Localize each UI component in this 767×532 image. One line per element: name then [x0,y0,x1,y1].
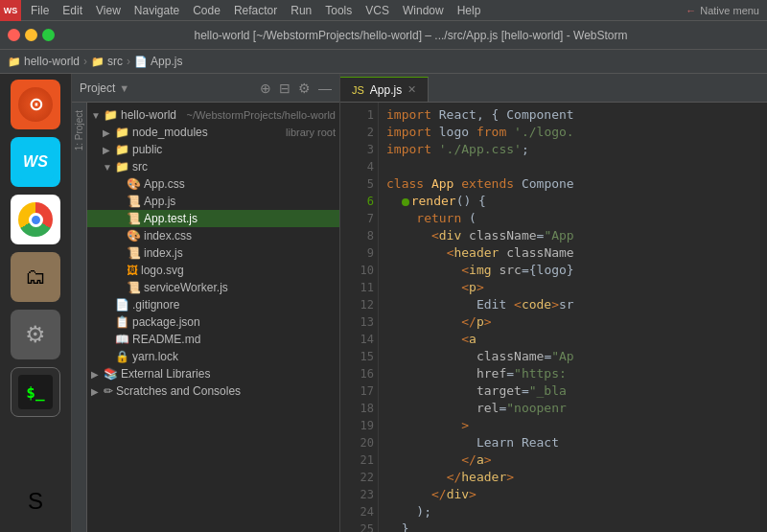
activity-webstorm[interactable]: WS [11,137,60,187]
line-num-3: 3 [344,141,374,158]
project-dropdown-arrow[interactable]: ▼ [119,82,129,94]
minimize-button[interactable] [25,29,37,41]
maximize-button[interactable] [42,29,55,41]
code-editor[interactable]: import React, { Component import logo fr… [379,103,767,532]
code-line-5: class App extends Compone [386,175,759,193]
breadcrumb-hello-world[interactable]: 📁 hello-world [8,55,80,68]
expand-arrow: ▶ [103,127,112,138]
line-num-23: 23 [344,486,374,503]
line-num-5: 5 [344,175,374,193]
code-line-6: render() { [386,193,759,210]
sidebar-collapse-icon[interactable]: ⊟ [279,81,291,96]
code-line-21: </a> [386,451,759,469]
activity-ubuntu[interactable]: ⊙ [11,80,60,129]
menu-refactor[interactable]: Refactor [228,2,283,19]
native-menu-text: Native menu [700,5,759,16]
activity-files[interactable]: 🗂 [11,252,60,302]
code-line-17: target="_bla [386,382,759,400]
tab-app-js[interactable]: JS App.js ✕ [340,77,429,102]
code-line-18: rel="noopenr [386,400,759,417]
tree-package-json[interactable]: 📋 package.json [87,313,339,331]
menu-help[interactable]: Help [452,2,487,19]
menu-navigate[interactable]: Navigate [128,2,185,19]
webstorm-icon: WS [17,144,54,180]
tree-service-worker[interactable]: 📜 serviceWorker.js [87,279,339,296]
tree-logo-svg[interactable]: 🖼 logo.svg [87,262,339,279]
line-num-19: 19 [344,417,374,434]
tab-label: App.js [370,83,402,97]
breadcrumb-src[interactable]: 📁 src [91,55,123,68]
activity-chrome[interactable] [11,195,60,244]
gear-icon: ⚙ [18,317,53,352]
code-line-23: </div> [386,486,759,503]
menu-edit[interactable]: Edit [57,2,88,19]
activity-slack[interactable]: S [11,476,60,526]
breadcrumb: 📁 hello-world › 📁 src › 📄 App.js [0,50,767,74]
tree-external-libraries[interactable]: ▶ 📚 External Libraries [87,365,339,382]
folder-icon: 📁 [8,56,21,68]
chrome-icon [18,202,53,237]
tree-public[interactable]: ▶ 📁 public [87,141,339,158]
menu-file[interactable]: File [25,2,55,19]
code-line-12: Edit <code>sr [386,296,759,313]
code-line-16: href="https: [386,365,759,382]
menu-window[interactable]: Window [397,2,450,19]
line-num-2: 2 [344,124,374,141]
menu-code[interactable]: Code [187,2,226,19]
line-num-20: 20 [344,434,374,451]
line-num-15: 15 [344,348,374,365]
tree-scratches[interactable]: ▶ ✏ Scratches and Consoles [87,382,339,400]
menu-run[interactable]: Run [285,2,317,19]
breadcrumb-appjs[interactable]: 📄 App.js [134,55,182,68]
menu-view[interactable]: View [90,2,127,19]
menu-tools[interactable]: Tools [319,2,358,19]
tab-js-icon: JS [352,84,364,96]
tree-readme[interactable]: 📖 README.md [87,331,339,348]
line-num-13: 13 [344,313,374,331]
sidebar-header-icons: ⊕ ⊟ ⚙ — [260,81,332,96]
line-num-1: 1 [344,106,374,124]
tree-app-js[interactable]: 📜 App.js [87,193,339,210]
line-num-9: 9 [344,244,374,262]
editor-content[interactable]: 1 2 3 4 5 6 7 8 9 10 11 12 13 14 15 16 1… [340,103,767,532]
line-num-8: 8 [344,227,374,244]
tree-app-css[interactable]: 🎨 App.css [87,175,339,193]
code-line-15: className="Ap [386,348,759,365]
code-line-11: <p> [386,279,759,296]
tree-src[interactable]: ▼ 📁 src [87,158,339,175]
code-line-19: > [386,417,759,434]
menu-vcs[interactable]: VCS [360,2,395,19]
line-num-18: 18 [344,400,374,417]
code-line-9: <header className [386,244,759,262]
code-line-24: ); [386,503,759,520]
main-layout: ⊙ WS 🗂 ⚙ $_ S Project ▼ [0,74,767,532]
close-button[interactable] [8,29,20,41]
activity-settings[interactable]: ⚙ [11,310,60,359]
code-line-8: <div className="App [386,227,759,244]
sidebar-settings-icon[interactable]: ⚙ [298,81,311,96]
folder-icon: 📁 [91,56,105,68]
tree-gitignore[interactable]: 📄 .gitignore [87,296,339,313]
tree-hello-world[interactable]: ▼ 📁 hello-world ~/WebstormProjects/hello… [87,106,339,124]
line-num-21: 21 [344,451,374,469]
activity-terminal[interactable]: $_ [11,367,60,417]
sidebar-locate-icon[interactable]: ⊕ [260,81,271,96]
menu-items: File Edit View Navigate Code Refactor Ru… [21,2,490,19]
native-menu-label: ← Native menu [686,5,759,16]
sidebar-wrapper: 1: Project ▼ 📁 hello-world ~/WebstormPro… [72,103,339,532]
tree-node-modules[interactable]: ▶ 📁 node_modules library root [87,124,339,141]
tree-index-css[interactable]: 🎨 index.css [87,227,339,244]
file-tree: ▼ 📁 hello-world ~/WebstormProjects/hello… [87,103,339,532]
tab-close-button[interactable]: ✕ [407,83,416,96]
code-line-14: <a [386,331,759,348]
vertical-label[interactable]: 1: Project [72,103,87,532]
tree-index-js[interactable]: 📜 index.js [87,244,339,262]
code-line-7: return ( [386,210,759,227]
expand-arrow: ▶ [103,145,112,155]
sidebar-close-icon[interactable]: — [318,81,332,96]
tree-app-test-js[interactable]: 📜 App.test.js [87,210,339,227]
line-num-11: 11 [344,279,374,296]
tree-yarn-lock[interactable]: 🔒 yarn.lock [87,348,339,365]
expand-arrow: ▼ [103,162,112,173]
js-file-icon: 📜 [127,246,141,260]
